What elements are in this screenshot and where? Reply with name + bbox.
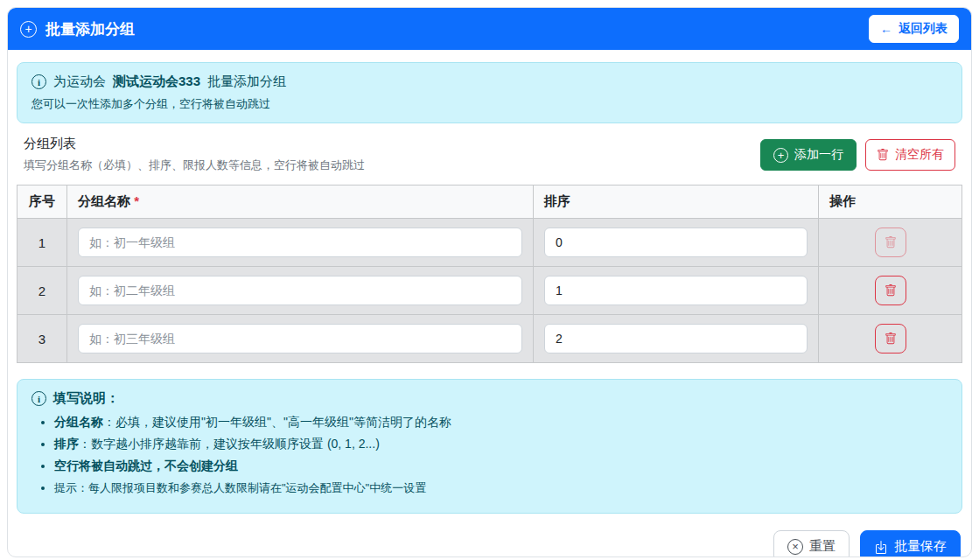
notes-title-wrap: i 填写说明： bbox=[31, 390, 948, 407]
note-bold: 分组名称 bbox=[54, 415, 103, 429]
info-circle-icon: i bbox=[31, 391, 46, 406]
note-item: 分组名称：必填，建议使用"初一年级组"、"高一年级组"等简洁明了的名称 bbox=[54, 415, 948, 430]
table-row: 2 bbox=[17, 267, 962, 315]
notes-alert: i 填写说明： 分组名称：必填，建议使用"初一年级组"、"高一年级组"等简洁明了… bbox=[17, 379, 962, 514]
note-bold: 空行将被自动跳过，不会创建分组 bbox=[54, 458, 238, 472]
back-to-list-button[interactable]: ← 返回列表 bbox=[869, 15, 959, 43]
trash-icon bbox=[885, 284, 897, 297]
col-header-sort: 排序 bbox=[534, 186, 819, 219]
clear-all-button[interactable]: 清空所有 bbox=[865, 139, 955, 171]
group-list-section-head: 分组列表 填写分组名称（必填）、排序、限报人数等信息，空行将被自动跳过 + 添加… bbox=[24, 136, 955, 173]
col-header-name: 分组名称 * bbox=[67, 186, 534, 219]
batch-add-groups-card: + 批量添加分组 ← 返回列表 i 为运动会 测试运动会333 批量添加分组 您… bbox=[7, 7, 972, 557]
card-footer: × 重置 批量保存 bbox=[8, 522, 971, 557]
row-name-cell bbox=[67, 315, 534, 363]
row-sort-cell bbox=[534, 267, 819, 315]
save-icon bbox=[874, 540, 888, 554]
sort-order-input[interactable] bbox=[544, 276, 808, 305]
groups-table: 序号 分组名称 * 排序 操作 1 bbox=[17, 185, 962, 363]
notes-title: 填写说明： bbox=[53, 390, 119, 407]
intro-alert-line2: 您可以一次性添加多个分组，空行将被自动跳过 bbox=[31, 96, 948, 112]
table-header-row: 序号 分组名称 * 排序 操作 bbox=[17, 186, 962, 219]
note-item: 空行将被自动跳过，不会创建分组 bbox=[54, 458, 948, 474]
group-name-input[interactable] bbox=[78, 276, 522, 305]
intro-suffix: 批量添加分组 bbox=[207, 74, 286, 90]
delete-row-button[interactable] bbox=[875, 228, 906, 257]
intro-alert: i 为运动会 测试运动会333 批量添加分组 您可以一次性添加多个分组，空行将被… bbox=[17, 62, 962, 123]
row-action-cell bbox=[819, 315, 962, 363]
table-row: 3 bbox=[17, 315, 962, 363]
note-item: 排序：数字越小排序越靠前，建议按年级顺序设置 (0, 1, 2...) bbox=[54, 437, 948, 452]
sort-order-input[interactable] bbox=[544, 324, 808, 354]
intro-alert-line1: i 为运动会 测试运动会333 批量添加分组 bbox=[31, 74, 948, 90]
col-header-action: 操作 bbox=[819, 186, 962, 219]
note-bold: 排序 bbox=[54, 437, 79, 451]
section-title: 分组列表 bbox=[24, 136, 365, 152]
note-text: ：必填，建议使用"初一年级组"、"高一年级组"等简洁明了的名称 bbox=[103, 415, 451, 429]
row-action-cell bbox=[819, 267, 962, 315]
row-sort-cell bbox=[534, 219, 819, 267]
row-index: 3 bbox=[17, 315, 67, 363]
col-header-name-label: 分组名称 bbox=[78, 193, 130, 208]
delete-row-button[interactable] bbox=[875, 276, 906, 305]
col-header-index: 序号 bbox=[17, 186, 67, 219]
note-text: 提示：每人限报项目数和参赛总人数限制请在"运动会配置中心"中统一设置 bbox=[54, 481, 426, 494]
plus-circle-icon: + bbox=[20, 21, 37, 38]
reset-label: 重置 bbox=[809, 538, 836, 555]
arrow-left-icon: ← bbox=[880, 22, 892, 36]
group-name-input[interactable] bbox=[78, 228, 522, 257]
note-text: ：数字越小排序越靠前，建议按年级顺序设置 (0, 1, 2...) bbox=[79, 437, 380, 451]
page-title-wrap: + 批量添加分组 bbox=[20, 19, 135, 39]
card-body: i 为运动会 测试运动会333 批量添加分组 您可以一次性添加多个分组，空行将被… bbox=[8, 50, 971, 522]
card-header: + 批量添加分组 ← 返回列表 bbox=[8, 8, 971, 50]
section-title-wrap: 分组列表 填写分组名称（必填）、排序、限报人数等信息，空行将被自动跳过 bbox=[24, 136, 365, 173]
section-actions: + 添加一行 清空所有 bbox=[760, 139, 955, 171]
event-name: 测试运动会333 bbox=[113, 74, 200, 90]
info-circle-icon: i bbox=[31, 74, 46, 89]
section-subtitle: 填写分组名称（必填）、排序、限报人数等信息，空行将被自动跳过 bbox=[24, 158, 365, 173]
batch-save-button[interactable]: 批量保存 bbox=[860, 530, 961, 557]
add-row-label: 添加一行 bbox=[794, 147, 843, 163]
x-circle-icon: × bbox=[787, 539, 803, 555]
sort-order-input[interactable] bbox=[544, 228, 808, 257]
clear-all-label: 清空所有 bbox=[895, 147, 944, 163]
table-row: 1 bbox=[17, 219, 962, 267]
reset-button[interactable]: × 重置 bbox=[773, 530, 850, 557]
row-name-cell bbox=[67, 219, 534, 267]
trash-icon bbox=[885, 332, 897, 345]
required-asterisk: * bbox=[134, 193, 139, 208]
row-name-cell bbox=[67, 267, 534, 315]
trash-icon bbox=[877, 149, 889, 161]
delete-row-button[interactable] bbox=[875, 324, 906, 354]
back-to-list-label: 返回列表 bbox=[899, 21, 948, 37]
row-sort-cell bbox=[534, 315, 819, 363]
note-item: 提示：每人限报项目数和参赛总人数限制请在"运动会配置中心"中统一设置 bbox=[54, 480, 948, 496]
page-title: 批量添加分组 bbox=[45, 19, 135, 39]
intro-prefix: 为运动会 bbox=[53, 74, 106, 90]
trash-icon bbox=[885, 236, 897, 248]
row-action-cell bbox=[819, 219, 962, 267]
group-name-input[interactable] bbox=[78, 324, 522, 354]
plus-circle-icon: + bbox=[773, 148, 788, 163]
row-index: 1 bbox=[17, 219, 67, 267]
batch-save-label: 批量保存 bbox=[894, 538, 947, 555]
notes-list: 分组名称：必填，建议使用"初一年级组"、"高一年级组"等简洁明了的名称 排序：数… bbox=[54, 415, 948, 496]
row-index: 2 bbox=[17, 267, 67, 315]
add-row-button[interactable]: + 添加一行 bbox=[760, 139, 857, 171]
